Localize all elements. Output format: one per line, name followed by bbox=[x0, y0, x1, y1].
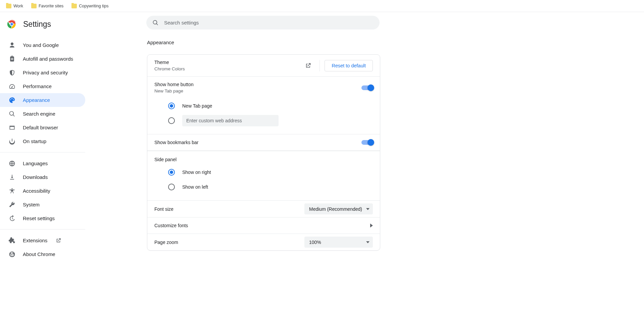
browser-icon bbox=[9, 124, 15, 131]
home-radio-custom[interactable] bbox=[168, 113, 380, 128]
nav-divider bbox=[0, 229, 85, 230]
sidebar-item-accessibility[interactable]: Accessibility bbox=[0, 184, 85, 198]
person-icon bbox=[9, 42, 15, 49]
search-icon bbox=[152, 19, 159, 26]
external-link-icon bbox=[305, 62, 311, 69]
globe-icon bbox=[9, 160, 15, 167]
reset-to-default-button[interactable]: Reset to default bbox=[325, 60, 373, 71]
sidebar-item-performance[interactable]: Performance bbox=[0, 79, 85, 93]
search-input[interactable] bbox=[164, 20, 374, 25]
sidebar-item-languages[interactable]: Languages bbox=[0, 156, 85, 170]
shield-icon bbox=[9, 69, 15, 76]
palette-icon bbox=[9, 97, 15, 104]
bookmarks-title: Show bookmarks bar bbox=[154, 140, 361, 145]
sidebar-item-label: Autofill and passwords bbox=[23, 56, 73, 62]
sidebar-item-label: Performance bbox=[23, 83, 52, 89]
show-bookmarks-row: Show bookmarks bar bbox=[147, 134, 380, 151]
side-panel-heading: Side panel bbox=[147, 151, 380, 165]
customize-fonts-label: Customize fonts bbox=[154, 223, 370, 228]
sidebar-item-default-browser[interactable]: Default browser bbox=[0, 121, 85, 134]
sidebar-item-privacy[interactable]: Privacy and security bbox=[0, 66, 85, 79]
sidebar-item-appearance[interactable]: Appearance bbox=[0, 93, 85, 107]
sidebar-item-label: System bbox=[23, 202, 40, 207]
font-size-row: Font size Medium (Recommended) bbox=[147, 200, 380, 217]
bookmark-label: Copywriting tips bbox=[79, 4, 108, 8]
sidebar-item-system[interactable]: System bbox=[0, 198, 85, 211]
sidebar-item-on-startup[interactable]: On startup bbox=[0, 134, 85, 148]
page-zoom-select[interactable]: 100% bbox=[304, 237, 373, 248]
sidebar-item-extensions[interactable]: Extensions bbox=[0, 234, 85, 247]
sidebar-item-label: Appearance bbox=[23, 97, 50, 103]
font-size-label: Font size bbox=[154, 206, 304, 212]
bookmark-label: Favorite sites bbox=[39, 4, 63, 8]
sidebar-item-label: Extensions bbox=[23, 238, 47, 243]
sidebar-item-label: You and Google bbox=[23, 42, 59, 48]
sidebar-item-search-engine[interactable]: Search engine bbox=[0, 107, 85, 121]
bookmark-copywriting[interactable]: Copywriting tips bbox=[69, 2, 111, 10]
sidebar-item-label: Downloads bbox=[23, 174, 48, 180]
sidebar-item-label: Search engine bbox=[23, 111, 55, 117]
nav-divider bbox=[0, 152, 85, 152]
puzzle-icon bbox=[9, 237, 15, 244]
theme-sub: Chrome Colors bbox=[154, 66, 305, 71]
radio-label: New Tab page bbox=[182, 103, 212, 109]
side-panel-radio-right[interactable]: Show on right bbox=[168, 165, 380, 180]
custom-url-input[interactable] bbox=[182, 115, 279, 126]
sidebar-item-label: Default browser bbox=[23, 125, 58, 130]
folder-icon bbox=[6, 4, 11, 8]
theme-row[interactable]: Theme Chrome Colors Reset to default bbox=[147, 55, 380, 77]
page-title: Settings bbox=[23, 20, 51, 29]
power-icon bbox=[9, 138, 15, 145]
page-zoom-label: Page zoom bbox=[154, 240, 304, 245]
show-home-toggle[interactable] bbox=[361, 85, 373, 90]
bookmark-label: Work bbox=[13, 4, 23, 8]
sidebar-item-autofill[interactable]: Autofill and passwords bbox=[0, 52, 85, 66]
chrome-logo-icon bbox=[7, 19, 16, 29]
caret-down-icon bbox=[366, 207, 369, 211]
accessibility-icon bbox=[9, 188, 15, 194]
divider bbox=[319, 60, 320, 71]
radio-label: Show on left bbox=[182, 184, 208, 190]
chrome-icon bbox=[9, 251, 15, 258]
sidebar-item-you-and-google[interactable]: You and Google bbox=[0, 38, 85, 52]
section-heading: Appearance bbox=[85, 29, 644, 45]
sidebar-item-label: On startup bbox=[23, 138, 46, 144]
home-radio-new-tab[interactable]: New Tab page bbox=[168, 99, 380, 113]
folder-icon bbox=[71, 4, 77, 8]
show-bookmarks-toggle[interactable] bbox=[361, 140, 373, 145]
sidebar-item-downloads[interactable]: Downloads bbox=[0, 170, 85, 184]
chevron-right-icon bbox=[370, 224, 373, 228]
download-icon bbox=[9, 174, 15, 181]
show-home-title: Show home button bbox=[154, 82, 361, 87]
bookmark-work[interactable]: Work bbox=[3, 2, 26, 10]
search-icon bbox=[9, 111, 15, 117]
side-panel-radio-left[interactable]: Show on left bbox=[168, 180, 380, 194]
wrench-icon bbox=[9, 201, 15, 208]
search-box[interactable] bbox=[146, 16, 380, 29]
radio-icon bbox=[168, 169, 175, 176]
sidebar-item-reset[interactable]: Reset settings bbox=[0, 211, 85, 225]
sidebar-item-label: Reset settings bbox=[23, 215, 55, 221]
bookmarks-bar: Work Favorite sites Copywriting tips bbox=[0, 0, 644, 12]
sidebar-item-about-chrome[interactable]: About Chrome bbox=[0, 247, 85, 261]
page-zoom-row: Page zoom 100% bbox=[147, 234, 380, 250]
radio-label: Show on right bbox=[182, 170, 211, 175]
bookmark-favorites[interactable]: Favorite sites bbox=[29, 2, 66, 10]
select-value: 100% bbox=[309, 240, 321, 245]
sidebar-item-label: Accessibility bbox=[23, 188, 50, 194]
folder-icon bbox=[31, 4, 37, 8]
theme-title: Theme bbox=[154, 60, 305, 65]
radio-icon bbox=[168, 103, 175, 109]
font-size-select[interactable]: Medium (Recommended) bbox=[304, 203, 373, 214]
clipboard-icon bbox=[9, 56, 15, 62]
radio-icon bbox=[168, 117, 175, 124]
sidebar: Settings You and Google Autofill and pas… bbox=[0, 12, 85, 318]
radio-icon bbox=[168, 184, 175, 190]
main-content: Appearance Theme Chrome Colors Reset to … bbox=[85, 12, 644, 318]
sidebar-item-label: About Chrome bbox=[23, 251, 55, 257]
history-icon bbox=[9, 215, 15, 222]
sidebar-item-label: Privacy and security bbox=[23, 70, 68, 75]
customize-fonts-row[interactable]: Customize fonts bbox=[147, 217, 380, 234]
appearance-card: Theme Chrome Colors Reset to default Sho… bbox=[147, 54, 380, 251]
speed-icon bbox=[9, 83, 15, 90]
